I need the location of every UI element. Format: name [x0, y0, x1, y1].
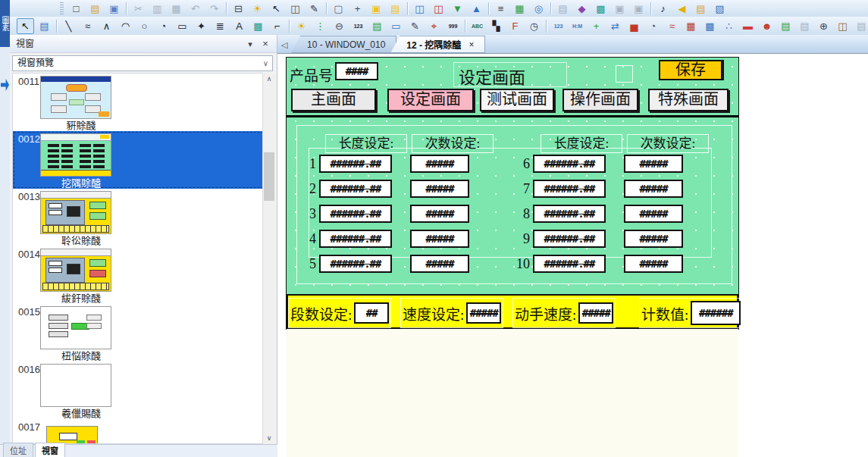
nav-button-1[interactable]: 主画面: [291, 89, 376, 111]
count-input-field[interactable]: #####: [410, 205, 469, 223]
save-button[interactable]: 保存: [659, 60, 724, 80]
count-input-field[interactable]: #####: [624, 180, 683, 198]
report-disabled-icon[interactable]: ▤: [796, 18, 813, 34]
word-library-object-icon[interactable]: ▤: [368, 18, 386, 34]
paste-icon[interactable]: ▦: [168, 1, 185, 17]
length-input-field[interactable]: ######.##: [319, 255, 392, 273]
project-manager-icon[interactable]: ◫: [287, 1, 304, 17]
window-list-scrollbar[interactable]: ∧ ∨: [262, 73, 275, 444]
sound-library-icon[interactable]: ♪: [654, 1, 672, 17]
length-input-field[interactable]: ######.##: [319, 155, 392, 173]
count-input-field[interactable]: #####: [624, 205, 683, 223]
length-input-field[interactable]: ######.##: [533, 230, 606, 248]
database-object-icon[interactable]: ◫: [834, 18, 851, 34]
data-transfer-object-icon[interactable]: ⇄: [606, 18, 624, 34]
polygon-tool-icon[interactable]: ✦: [193, 18, 210, 34]
undo-icon[interactable]: ↶: [186, 1, 204, 17]
chart-report-icon[interactable]: ▧: [711, 1, 729, 17]
indicator-999-object-icon[interactable]: 999: [444, 18, 462, 34]
parameter-input-field[interactable]: #####: [466, 302, 501, 324]
nav-button-2[interactable]: 设定画面: [387, 89, 474, 111]
window-thumbnail[interactable]: [40, 249, 111, 292]
alarm-bar-object-icon[interactable]: ▬: [739, 18, 757, 34]
data-table-object-icon[interactable]: ▦: [682, 18, 700, 34]
parameter-input-field[interactable]: ##: [354, 302, 389, 324]
window-list-item[interactable]: 0015杻悩賖醆: [13, 304, 272, 362]
line-tool-icon[interactable]: ╲: [60, 18, 77, 34]
new-window-icon[interactable]: ▣: [368, 1, 385, 17]
lamp-object-icon[interactable]: ☀: [293, 18, 310, 34]
select-tool-icon[interactable]: ↖: [17, 18, 34, 34]
touch-key-object-icon[interactable]: ▭: [387, 18, 405, 34]
font-editor-icon[interactable]: ✎: [306, 1, 323, 17]
window-list-item[interactable]: 0016羲儠賜醆: [13, 362, 272, 419]
xy-scatter-object-icon[interactable]: ∴: [720, 18, 738, 34]
window-thumbnail[interactable]: [40, 191, 111, 234]
arc-tool-icon[interactable]: ◠: [117, 18, 134, 34]
move-object-icon[interactable]: +: [588, 18, 605, 34]
align-grid-icon[interactable]: +: [349, 1, 366, 17]
pie-tool-icon[interactable]: ◔: [155, 18, 172, 34]
time-display-object-icon[interactable]: H:M: [569, 18, 586, 34]
marquee-select-icon[interactable]: ▢: [330, 1, 347, 17]
numeric-entry-object-icon[interactable]: 123: [349, 18, 367, 34]
polyline-tool-icon[interactable]: ∧: [98, 18, 115, 34]
document-tab-window010[interactable]: 10 - WINDOW_010: [291, 36, 396, 53]
window-thumbnail[interactable]: [40, 76, 111, 119]
window-list-item[interactable]: 0014紱釬賖醆: [13, 246, 272, 304]
text-tool-icon[interactable]: A: [230, 18, 248, 34]
object-library-icon[interactable]: ◆: [573, 1, 591, 17]
toolbar-grip[interactable]: [60, 2, 64, 14]
nav-button-3[interactable]: 测试画面: [480, 89, 554, 111]
ellipse-tool-icon[interactable]: ○: [136, 18, 153, 34]
print-icon[interactable]: ⊟: [230, 1, 247, 17]
scroll-up-icon[interactable]: ∧: [263, 73, 275, 85]
parameter-input-field[interactable]: #####: [578, 302, 613, 324]
tab-window[interactable]: 視窗: [35, 443, 65, 457]
scroll-down-icon[interactable]: ∨: [263, 432, 275, 444]
count-input-field[interactable]: #####: [410, 155, 469, 173]
compile-icon[interactable]: ☀: [249, 1, 266, 17]
online-simulation-icon[interactable]: ◫: [411, 1, 428, 17]
object-properties-icon[interactable]: ▤: [36, 18, 53, 34]
window-list-item[interactable]: 0017: [13, 419, 272, 444]
trend-graph-object-icon[interactable]: ≈: [663, 18, 681, 34]
length-input-field[interactable]: ######.##: [319, 230, 392, 248]
count-input-field[interactable]: #####: [410, 180, 469, 198]
meter-object-icon[interactable]: ◔: [644, 18, 662, 34]
document-tab-window012[interactable]: 12 - 挖隅賖醠 ×: [390, 36, 485, 53]
tab-close-icon[interactable]: ×: [468, 39, 474, 50]
copy-icon[interactable]: ▥: [149, 1, 166, 17]
length-input-field[interactable]: ######.##: [319, 205, 392, 223]
document-disabled-icon[interactable]: ▤: [853, 18, 868, 34]
function-key-object-icon[interactable]: F: [506, 18, 524, 34]
screen-capture-icon[interactable]: ▣: [611, 1, 628, 17]
parameter-input-field[interactable]: ######: [691, 301, 741, 325]
length-input-field[interactable]: ######.##: [533, 180, 606, 198]
redo-icon[interactable]: ↷: [205, 1, 223, 17]
object-stack-icon[interactable]: ▤: [692, 1, 710, 17]
offline-simulation-icon[interactable]: ◫: [430, 1, 447, 17]
nav-button-5[interactable]: 特殊画面: [648, 89, 729, 111]
panel-menu-icon[interactable]: ▾: [243, 35, 257, 53]
dock-tab-library[interactable]: 圖素: [0, 0, 10, 47]
cut-icon[interactable]: ✂: [130, 1, 147, 17]
pin-object-icon[interactable]: ⌖: [425, 18, 443, 34]
scrollbar-thumb[interactable]: [264, 152, 274, 201]
operator-panel-object-icon[interactable]: ☻: [758, 18, 776, 34]
whats-this-help-icon[interactable]: ↖: [268, 1, 285, 17]
new-project-icon[interactable]: □: [67, 1, 85, 17]
count-input-field[interactable]: #####: [624, 155, 683, 173]
toggle-switch-object-icon[interactable]: ⊖: [331, 18, 348, 34]
window-thumbnail[interactable]: [40, 364, 111, 407]
picture-tool-icon[interactable]: ▩: [249, 18, 267, 34]
save-project-icon[interactable]: ▣: [105, 1, 123, 17]
length-input-field[interactable]: ######.##: [319, 180, 392, 198]
recipe-table-icon[interactable]: ▦: [511, 1, 528, 17]
text-display-object-icon[interactable]: ABC: [468, 18, 486, 34]
export-document-icon[interactable]: ▤: [554, 1, 572, 17]
product-number-field[interactable]: ####: [335, 62, 378, 80]
clock-object-icon[interactable]: ◷: [525, 18, 543, 34]
bezier-tool-icon[interactable]: ≈: [79, 18, 96, 34]
report-object-icon[interactable]: ▤: [777, 18, 794, 34]
